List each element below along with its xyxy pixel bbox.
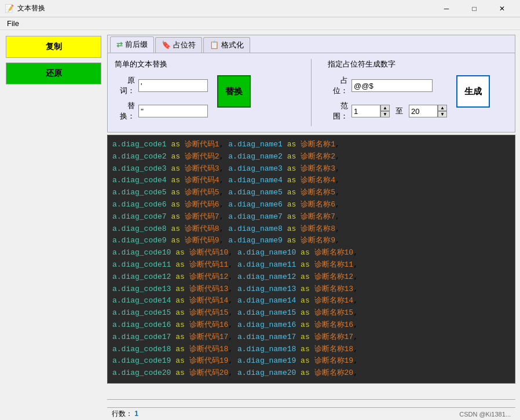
tab-forward-back-label: 前后缀 — [125, 39, 148, 50]
title-bar: 📝 文本替换 ─ □ ✕ — [0, 0, 520, 17]
replace-row: 替换： — [115, 101, 208, 121]
range-to-input[interactable] — [409, 105, 438, 117]
text-content: a.diag_code1 as 诊断代码1, a.diag_name1 as 诊… — [112, 139, 510, 380]
line-count-label: 行数： — [112, 410, 133, 418]
replace-button[interactable]: 替换 — [217, 75, 251, 108]
tab-format[interactable]: 📋 格式化 — [203, 37, 250, 53]
range-from-up[interactable]: ▲ — [380, 105, 390, 111]
tab-content: 简单的文本替换 原词： 替换： 替换 — [108, 53, 515, 132]
copy-button[interactable]: 复制 — [6, 36, 101, 58]
original-row: 原词： — [115, 75, 208, 96]
tab-bar: ⇄ 前后缀 🔖 占位符 📋 格式化 — [108, 35, 515, 53]
tab-placeholder-icon: 🔖 — [162, 40, 171, 49]
main-container: 复制 还原 ⇄ 前后缀 🔖 占位符 📋 格式化 — [0, 30, 520, 420]
range-row: 范围： ▲ ▼ 至 — [328, 101, 447, 121]
tab-forward-back[interactable]: ⇄ 前后缀 — [110, 36, 154, 53]
range-from-wrap: ▲ ▼ — [351, 105, 390, 117]
window-controls: ─ □ ✕ — [433, 0, 515, 17]
line-count: 行数： 1 — [112, 409, 138, 419]
tab-forward-back-icon: ⇄ — [116, 40, 123, 49]
original-input[interactable] — [138, 79, 208, 92]
replace-input[interactable] — [138, 105, 208, 117]
range-to-label: 至 — [396, 106, 403, 116]
tab-format-label: 格式化 — [221, 40, 244, 50]
replace-label: 替换： — [115, 101, 135, 121]
window-title: 文本替换 — [17, 3, 433, 13]
placeholder-input[interactable] — [351, 79, 433, 92]
placeholder-row: 占位： — [328, 75, 447, 96]
sidebar: 复制 还原 — [0, 30, 107, 420]
line-count-value: 1 — [134, 410, 138, 418]
minimize-button[interactable]: ─ — [433, 0, 460, 17]
right-panel: ⇄ 前后缀 🔖 占位符 📋 格式化 简单的文本替换 — [107, 30, 520, 420]
menu-file[interactable]: File — [2, 18, 24, 29]
section-divider — [311, 59, 312, 126]
original-label: 原词： — [115, 75, 135, 96]
menu-bar: File — [0, 17, 520, 30]
maximize-button[interactable]: □ — [461, 0, 488, 17]
range-to-spinner: ▲ ▼ — [438, 105, 447, 117]
range-to-down[interactable]: ▼ — [438, 111, 447, 117]
status-bar: 行数： 1 CSDN @Ki1381... — [107, 407, 515, 420]
tab-placeholder-label: 占位符 — [173, 40, 196, 50]
credit: CSDN @Ki1381... — [459, 411, 511, 418]
section-simple-replace: 简单的文本替换 原词： 替换： 替换 — [115, 59, 295, 126]
text-area[interactable]: a.diag_code1 as 诊断代码1, a.diag_name1 as 诊… — [107, 135, 515, 384]
app-icon: 📝 — [5, 4, 14, 13]
range-from-spinner: ▲ ▼ — [380, 105, 390, 117]
range-to-wrap: ▲ ▼ — [409, 105, 447, 117]
generate-title: 指定占位符生成数字 — [328, 59, 508, 69]
tab-panel: ⇄ 前后缀 🔖 占位符 📋 格式化 简单的文本替换 — [107, 35, 515, 132]
range-from-input[interactable] — [351, 105, 380, 117]
simple-replace-title: 简单的文本替换 — [115, 59, 295, 69]
range-to-up[interactable]: ▲ — [438, 105, 447, 111]
restore-button[interactable]: 还原 — [6, 62, 101, 84]
range-from-down[interactable]: ▼ — [380, 111, 390, 117]
placeholder-label: 占位： — [328, 75, 348, 96]
close-button[interactable]: ✕ — [489, 0, 515, 17]
tab-placeholder[interactable]: 🔖 占位符 — [155, 37, 202, 53]
horizontal-scrollbar[interactable] — [107, 399, 515, 407]
generate-button[interactable]: 生成 — [456, 75, 490, 108]
range-label: 范围： — [328, 101, 348, 121]
text-area-wrapper: a.diag_code1 as 诊断代码1, a.diag_name1 as 诊… — [107, 135, 515, 399]
tab-format-icon: 📋 — [210, 40, 219, 49]
section-generate: 指定占位符生成数字 占位： 范围： — [328, 59, 508, 126]
